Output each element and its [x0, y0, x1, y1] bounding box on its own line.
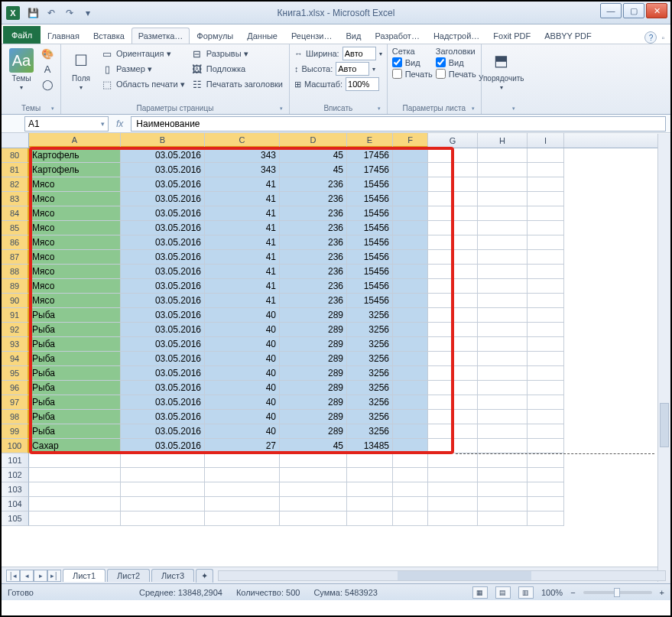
- cell[interactable]: [393, 177, 428, 192]
- zoom-slider[interactable]: [583, 591, 652, 594]
- row-header[interactable]: 87: [2, 250, 29, 265]
- cell[interactable]: 03.05.2016: [121, 250, 205, 265]
- print-area-button[interactable]: ⬚Область печати ▾: [99, 77, 187, 91]
- cell[interactable]: [205, 511, 280, 526]
- row-header[interactable]: 95: [2, 366, 29, 381]
- cell[interactable]: [528, 148, 564, 163]
- row-header[interactable]: 93: [2, 337, 29, 352]
- cell[interactable]: Рыба: [29, 366, 121, 381]
- cell[interactable]: 15456: [347, 206, 393, 221]
- cell[interactable]: 343: [205, 148, 280, 163]
- row-header[interactable]: 101: [2, 453, 29, 468]
- cell[interactable]: Картофель: [29, 163, 121, 177]
- cell[interactable]: [393, 410, 428, 424]
- cell[interactable]: [478, 206, 528, 221]
- cell[interactable]: 15456: [347, 265, 393, 279]
- cell[interactable]: 40: [205, 395, 280, 410]
- cell[interactable]: 17456: [347, 163, 393, 177]
- row-header[interactable]: 83: [2, 192, 29, 206]
- cell[interactable]: [280, 497, 347, 511]
- close-button[interactable]: ✕: [646, 3, 667, 18]
- cell[interactable]: 3256: [347, 410, 393, 424]
- width-input[interactable]: [342, 47, 376, 60]
- cell[interactable]: 289: [280, 308, 347, 323]
- cell[interactable]: [478, 265, 528, 279]
- cell[interactable]: [428, 381, 478, 395]
- cell[interactable]: Мясо: [29, 177, 121, 192]
- tab-view[interactable]: Вид: [339, 28, 368, 44]
- cell[interactable]: [393, 163, 428, 177]
- cell[interactable]: [478, 352, 528, 366]
- cell[interactable]: [393, 439, 428, 453]
- cell[interactable]: 289: [280, 352, 347, 366]
- cell[interactable]: [347, 482, 393, 497]
- grid-body[interactable]: 80Картофель03.05.2016343451745681Картофе…: [2, 148, 670, 567]
- size-button[interactable]: ▯Размер ▾: [99, 62, 187, 76]
- theme-effects-button[interactable]: ◯: [40, 77, 55, 91]
- cell[interactable]: [393, 352, 428, 366]
- cell[interactable]: Рыба: [29, 410, 121, 424]
- cell[interactable]: 236: [280, 177, 347, 192]
- cell[interactable]: [393, 453, 428, 468]
- cell[interactable]: [428, 177, 478, 192]
- cell[interactable]: [393, 511, 428, 526]
- cell[interactable]: [478, 482, 528, 497]
- cell[interactable]: [428, 148, 478, 163]
- row-header[interactable]: 96: [2, 381, 29, 395]
- gridlines-view-checkbox[interactable]: Вид: [392, 57, 433, 67]
- col-header-G[interactable]: G: [428, 133, 478, 148]
- cell[interactable]: Рыба: [29, 337, 121, 352]
- cell[interactable]: 15456: [347, 294, 393, 308]
- cell[interactable]: [528, 279, 564, 294]
- cell[interactable]: [121, 468, 205, 482]
- cell[interactable]: 03.05.2016: [121, 366, 205, 381]
- cell[interactable]: 03.05.2016: [121, 381, 205, 395]
- cell[interactable]: [478, 235, 528, 250]
- col-header-F[interactable]: F: [393, 133, 428, 148]
- cell[interactable]: 41: [205, 294, 280, 308]
- orientation-button[interactable]: ▭Ориентация ▾: [99, 47, 187, 60]
- cell[interactable]: 40: [205, 323, 280, 337]
- cell[interactable]: [528, 235, 564, 250]
- cell[interactable]: [528, 177, 564, 192]
- ribbon-minimize-icon[interactable]: ▫: [661, 34, 664, 42]
- cell[interactable]: [428, 439, 478, 453]
- cell[interactable]: [393, 148, 428, 163]
- cell[interactable]: [393, 250, 428, 265]
- cell[interactable]: 03.05.2016: [121, 235, 205, 250]
- print-titles-button[interactable]: ☷Печатать заголовки: [190, 77, 284, 91]
- cell[interactable]: [205, 482, 280, 497]
- cell[interactable]: [121, 497, 205, 511]
- horizontal-scrollbar[interactable]: [218, 570, 666, 581]
- cell[interactable]: 3256: [347, 337, 393, 352]
- zoom-out-button[interactable]: −: [570, 588, 575, 597]
- cell[interactable]: 41: [205, 265, 280, 279]
- cell[interactable]: [428, 323, 478, 337]
- row-header[interactable]: 105: [2, 511, 29, 526]
- cell[interactable]: 236: [280, 279, 347, 294]
- cell[interactable]: [478, 453, 528, 468]
- cell[interactable]: 45: [280, 148, 347, 163]
- cell[interactable]: [478, 410, 528, 424]
- cell[interactable]: [478, 511, 528, 526]
- cell[interactable]: 289: [280, 381, 347, 395]
- row-header[interactable]: 85: [2, 221, 29, 235]
- cell[interactable]: [393, 235, 428, 250]
- cell[interactable]: [428, 366, 478, 381]
- themes-button[interactable]: Aa Темы▾: [6, 47, 37, 93]
- cell[interactable]: 41: [205, 279, 280, 294]
- cell[interactable]: [393, 265, 428, 279]
- cell[interactable]: [428, 206, 478, 221]
- row-header[interactable]: 81: [2, 163, 29, 177]
- zoom-thumb[interactable]: [614, 588, 620, 597]
- cell[interactable]: [528, 424, 564, 439]
- cell[interactable]: Мясо: [29, 206, 121, 221]
- fx-icon[interactable]: fx: [116, 119, 123, 129]
- cell[interactable]: [528, 439, 564, 453]
- scrollbar-thumb[interactable]: [660, 403, 669, 448]
- cell[interactable]: [428, 497, 478, 511]
- cell[interactable]: [478, 279, 528, 294]
- cell[interactable]: 45: [280, 439, 347, 453]
- cell[interactable]: [428, 279, 478, 294]
- cell[interactable]: [478, 468, 528, 482]
